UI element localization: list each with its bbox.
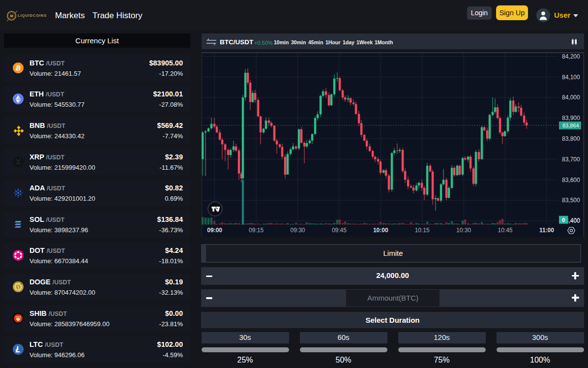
svg-text:83,864: 83,864 xyxy=(562,123,579,128)
svg-text:09:15: 09:15 xyxy=(249,227,264,234)
svg-text:10:30: 10:30 xyxy=(456,227,471,234)
svg-text:84,100: 84,100 xyxy=(562,74,580,81)
svg-text:11:00: 11:00 xyxy=(539,227,554,234)
svg-text:84,200: 84,200 xyxy=(562,53,580,60)
svg-text:09:00: 09:00 xyxy=(207,227,222,234)
svg-text:84,000: 84,000 xyxy=(562,94,580,101)
svg-text:M: M xyxy=(10,14,13,18)
svg-text:83,600: 83,600 xyxy=(562,177,580,184)
svg-text:10:45: 10:45 xyxy=(498,227,512,234)
svg-text:83,900: 83,900 xyxy=(562,115,580,122)
svg-text:10:00: 10:00 xyxy=(373,227,388,234)
svg-text:09:45: 09:45 xyxy=(332,227,347,234)
svg-text:,400: ,400 xyxy=(569,217,581,224)
svg-text:09:30: 09:30 xyxy=(290,227,305,234)
svg-text:0: 0 xyxy=(562,217,565,223)
svg-text:83,500: 83,500 xyxy=(562,197,580,204)
svg-text:10:15: 10:15 xyxy=(415,227,430,234)
svg-text:83,800: 83,800 xyxy=(562,135,580,142)
svg-text:83,700: 83,700 xyxy=(562,156,580,163)
